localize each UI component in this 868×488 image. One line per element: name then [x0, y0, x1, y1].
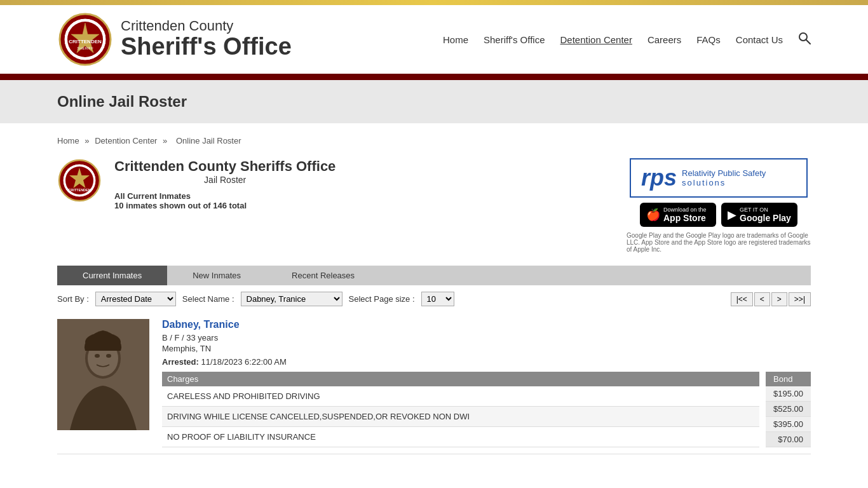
controls-bar: Sort By : Arrested Date Name Booking Num…: [57, 285, 811, 313]
breadcrumb-sep1: »: [85, 136, 89, 146]
bond-table: Bond $195.00 $525.00 $395.00: [766, 372, 811, 447]
inmate-card: Dabney, Tranice B / F / 33 years Memphis…: [57, 313, 811, 454]
pagination-prev[interactable]: <: [754, 292, 770, 306]
page-size-select[interactable]: 10 25 50 100: [421, 292, 454, 306]
header: CRITTENDEN SHERIFF Crittenden County She…: [0, 5, 868, 74]
tab-current-inmates[interactable]: Current Inmates: [57, 266, 167, 285]
charge-1: CARELESS AND PROHIBITED DRIVING: [162, 386, 759, 406]
svg-rect-19: [57, 319, 149, 430]
inmate-photo: [57, 319, 149, 430]
app-store-top-label: Download on the: [663, 207, 707, 213]
breadcrumb-current: Online Jail Roster: [176, 136, 241, 146]
store-disclaimer: Google Play and the Google Play logo are…: [627, 232, 811, 253]
google-play-main-label: Google Play: [740, 213, 791, 223]
svg-text:CRITTENDEN: CRITTENDEN: [69, 39, 102, 44]
logo-text: Crittenden County Sheriff's Office: [121, 18, 292, 60]
logo-area: CRITTENDEN SHERIFF Crittenden County She…: [57, 11, 292, 67]
roster-left: CRITTENDEN Crittenden County Sheriffs Of…: [57, 158, 336, 210]
page-size-label: Select Page size :: [349, 294, 415, 304]
app-store-button[interactable]: 🍎 Download on the App Store: [640, 203, 716, 227]
rps-letters: rps: [641, 165, 677, 191]
arrested-label: Arrested:: [162, 357, 199, 367]
page-title: Online Jail Roster: [57, 93, 811, 111]
select-name-dropdown[interactable]: Dabney, Tranice: [241, 292, 342, 306]
table-row: NO PROOF OF LIABILITY INSURANCE: [162, 426, 759, 447]
roster-title: Crittenden County Sheriffs Office Jail R…: [114, 158, 336, 185]
roster-badge-icon: CRITTENDEN: [57, 158, 102, 203]
logo-subtitle: Sheriff's Office: [121, 34, 292, 60]
table-row: $395.00: [766, 417, 811, 432]
bond-1: $195.00: [766, 386, 811, 402]
inmate-details: Dabney, Tranice B / F / 33 years Memphis…: [162, 319, 811, 447]
roster-inmate-count: All Current Inmates: [114, 191, 336, 201]
arrested-date: 11/18/2023 6:22:00 AM: [201, 357, 286, 367]
table-row: $70.00: [766, 432, 811, 447]
roster-info: All Current Inmates 10 inmates shown out…: [114, 191, 336, 210]
nav-area: Home Sheriff's Office Detention Center C…: [443, 32, 811, 48]
breadcrumb: Home » Detention Center » Online Jail Ro…: [57, 136, 811, 146]
nav-home[interactable]: Home: [443, 34, 468, 45]
roster-office-name: Crittenden County Sheriffs Office: [114, 158, 336, 175]
rps-subtext2: solutions: [682, 178, 766, 187]
google-play-icon: ▶: [728, 208, 736, 222]
rps-subtext1: Relativity Public Safety: [682, 168, 766, 178]
bond-3: $395.00: [766, 417, 811, 432]
pagination-last[interactable]: >>|: [789, 292, 811, 306]
sort-by-label: Sort By :: [57, 294, 89, 304]
logo-title: Crittenden County: [121, 18, 292, 34]
charges-table: Charges CARELESS AND PROHIBITED DRIVING …: [162, 372, 759, 447]
roster-subtitle: Jail Roster: [114, 175, 336, 185]
tabs-bar: Current Inmates New Inmates Recent Relea…: [57, 266, 811, 285]
nav-careers[interactable]: Careers: [648, 34, 681, 45]
apple-icon: 🍎: [646, 208, 660, 222]
page-title-band: Online Jail Roster: [0, 80, 868, 123]
sheriff-badge-icon: CRITTENDEN SHERIFF: [57, 11, 113, 67]
inmate-demographics: B / F / 33 years: [162, 333, 811, 342]
content-area: Home » Detention Center » Online Jail Ro…: [0, 123, 868, 467]
google-play-button[interactable]: ▶ GET IT ON Google Play: [721, 203, 797, 227]
pagination-first[interactable]: |<<: [731, 292, 753, 306]
rps-logo: rps Relativity Public Safety solutions: [630, 158, 808, 198]
roster-right: rps Relativity Public Safety solutions 🍎…: [627, 158, 811, 253]
inmate-name: Dabney, Tranice: [162, 319, 811, 330]
svg-text:CRITTENDEN: CRITTENDEN: [68, 188, 90, 192]
charges-header: Charges: [162, 372, 759, 386]
inmate-location: Memphis, TN: [162, 344, 811, 353]
bond-4: $70.00: [766, 432, 811, 447]
charge-2: DRIVING WHILE LICENSE CANCELLED,SUSPENDE…: [162, 406, 759, 426]
bond-header: Bond: [766, 372, 811, 386]
store-buttons: 🍎 Download on the App Store ▶ GET IT ON …: [640, 203, 797, 227]
top-gold-bar: [0, 0, 868, 5]
inmate-arrested: Arrested: 11/18/2023 6:22:00 AM: [162, 357, 811, 367]
table-row: $525.00: [766, 402, 811, 417]
pagination-next[interactable]: >: [771, 292, 787, 306]
charge-3: NO PROOF OF LIABILITY INSURANCE: [162, 426, 759, 447]
app-store-main-label: App Store: [663, 213, 707, 223]
nav-detention-center[interactable]: Detention Center: [560, 34, 632, 45]
charges-bond-container: Charges CARELESS AND PROHIBITED DRIVING …: [162, 372, 811, 447]
search-icon[interactable]: [798, 32, 811, 48]
bond-2: $525.00: [766, 402, 811, 417]
select-name-label: Select Name :: [182, 294, 234, 304]
table-row: DRIVING WHILE LICENSE CANCELLED,SUSPENDE…: [162, 406, 759, 426]
sort-by-select[interactable]: Arrested Date Name Booking Number: [95, 292, 176, 306]
nav-sheriffs-office[interactable]: Sheriff's Office: [484, 34, 545, 45]
breadcrumb-home[interactable]: Home: [57, 136, 79, 146]
inmate-photo-img: [57, 319, 149, 430]
table-row: CARELESS AND PROHIBITED DRIVING: [162, 386, 759, 406]
roster-inmate-total: 10 inmates shown out of 146 total: [114, 201, 336, 210]
tab-recent-releases[interactable]: Recent Releases: [266, 266, 380, 285]
nav-faqs[interactable]: FAQs: [696, 34, 721, 45]
breadcrumb-sep2: »: [163, 136, 167, 146]
tab-new-inmates[interactable]: New Inmates: [167, 266, 266, 285]
nav-contact-us[interactable]: Contact Us: [736, 34, 783, 45]
header-bottom-bar: [0, 74, 868, 80]
svg-point-6: [799, 33, 807, 41]
table-row: $195.00: [766, 386, 811, 402]
svg-line-7: [806, 40, 810, 44]
google-play-top-label: GET IT ON: [740, 207, 791, 213]
pagination: |<< < > >>|: [731, 292, 811, 306]
svg-text:SHERIFF: SHERIFF: [77, 46, 93, 50]
roster-header: CRITTENDEN Crittenden County Sheriffs Of…: [57, 158, 811, 253]
breadcrumb-detention[interactable]: Detention Center: [95, 136, 157, 146]
